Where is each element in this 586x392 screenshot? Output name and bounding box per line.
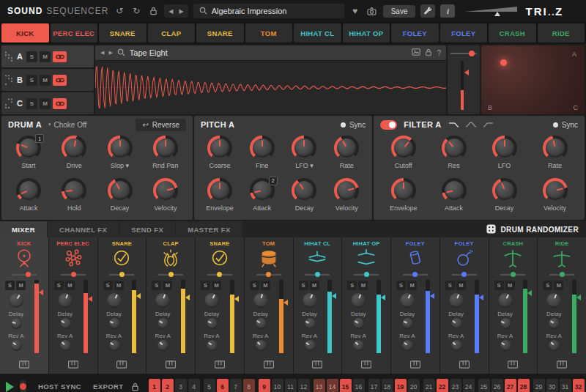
step-21[interactable]: 21 — [423, 379, 435, 392]
channel-pan-slider[interactable] — [256, 272, 281, 278]
drum-tab-ride[interactable]: RIDE — [538, 23, 585, 42]
waveform-display[interactable] — [95, 61, 446, 114]
channel-volume-knob[interactable] — [253, 293, 268, 308]
drum-tab-clap[interactable]: CLAP — [148, 23, 196, 42]
keyboard-icon[interactable] — [361, 358, 372, 371]
knob-drum-hold[interactable]: Hold — [51, 176, 97, 218]
channel-solo-button[interactable]: S — [152, 281, 161, 290]
keyboard-icon[interactable] — [214, 358, 225, 371]
channel-level-meter[interactable] — [181, 280, 190, 353]
channel-pan-slider[interactable] — [500, 272, 525, 278]
delay-send-knob[interactable] — [549, 318, 560, 329]
knob-filter-res[interactable]: Res — [429, 133, 479, 176]
channel-volume-knob[interactable] — [303, 293, 317, 308]
step-5[interactable]: 5 — [204, 379, 215, 392]
channel-level-meter[interactable] — [132, 280, 141, 353]
layer-volume-meter[interactable] — [459, 61, 469, 110]
pan-handle[interactable] — [71, 272, 76, 277]
pan-handle[interactable] — [364, 272, 369, 277]
undo-icon[interactable]: ↺ — [114, 5, 125, 17]
snapshot-icon[interactable] — [366, 5, 378, 17]
favorite-icon[interactable]: ♥ — [349, 5, 361, 17]
reverb-send-knob[interactable] — [109, 340, 120, 351]
channel-mute-button[interactable]: M — [554, 281, 563, 290]
drum-tab-foley[interactable]: FOLEY — [391, 23, 439, 42]
channel-pan-slider[interactable] — [12, 272, 37, 278]
channel-solo-button[interactable]: S — [299, 281, 308, 290]
step-18[interactable]: 18 — [382, 379, 393, 392]
channel-fader-handle[interactable] — [381, 295, 385, 300]
drum-tab-tom[interactable]: TOM — [245, 23, 293, 42]
knob-filter-attack[interactable]: Attack — [429, 176, 479, 218]
keyboard-icon[interactable] — [263, 358, 274, 371]
knob-pitch-decay[interactable]: Decay — [283, 176, 326, 218]
keyboard-icon[interactable] — [166, 358, 177, 371]
channel-volume-knob[interactable] — [58, 293, 73, 308]
mixer-strip-hihat-cl-7[interactable]: HIHAT CLSMDelayRev A — [294, 237, 342, 374]
channel-mute-button[interactable]: M — [114, 281, 124, 290]
channel-mute-button[interactable]: M — [407, 281, 417, 290]
master-volume-slider[interactable] — [464, 5, 517, 17]
step-14[interactable]: 14 — [327, 379, 338, 392]
channel-pan-slider[interactable] — [549, 272, 574, 278]
choke-dropdown[interactable]: ▾Choke Off — [48, 121, 86, 129]
channel-volume-knob[interactable] — [155, 293, 170, 308]
keyboard-icon[interactable] — [409, 358, 420, 371]
channel-mute-button[interactable]: M — [505, 281, 515, 290]
channel-solo-button[interactable]: S — [250, 281, 259, 290]
delay-send-knob[interactable] — [11, 318, 22, 329]
channel-volume-knob[interactable] — [9, 293, 23, 308]
channel-volume-knob[interactable] — [449, 293, 464, 308]
step-7[interactable]: 7 — [230, 379, 242, 392]
channel-mute-button[interactable]: M — [212, 281, 221, 290]
channel-fader-handle[interactable] — [88, 296, 92, 302]
channel-solo-button[interactable]: S — [54, 281, 64, 290]
drum-tab-perc-elec[interactable]: PERC ELEC — [51, 23, 98, 42]
drum-tab-hihat-op[interactable]: HIHAT OP — [343, 23, 390, 42]
sample-tune-slider[interactable] — [450, 50, 477, 57]
channel-solo-button[interactable]: S — [494, 281, 504, 290]
step-29[interactable]: 29 — [533, 379, 545, 392]
delay-send-knob[interactable] — [451, 318, 462, 329]
keyboard-icon[interactable] — [18, 358, 29, 371]
morph-puck[interactable] — [500, 59, 507, 66]
channel-solo-button[interactable]: S — [5, 281, 15, 290]
save-button[interactable]: Save — [383, 5, 416, 18]
mixer-strip-perc-elec-2[interactable]: PERC ELECSMDelayRev A — [49, 237, 97, 374]
channel-mute-button[interactable]: M — [16, 281, 26, 290]
pan-handle[interactable] — [119, 272, 125, 277]
step-15[interactable]: 15 — [340, 379, 352, 392]
reverse-button[interactable]: ↩Reverse — [136, 119, 186, 131]
delay-send-knob[interactable] — [256, 318, 267, 329]
step-11[interactable]: 11 — [285, 379, 297, 392]
step-22[interactable]: 22 — [437, 379, 448, 392]
channel-pan-slider[interactable] — [354, 272, 379, 278]
delay-send-knob[interactable] — [305, 318, 316, 329]
volume-handle[interactable] — [494, 12, 500, 16]
filter-sync-toggle[interactable]: Sync — [553, 121, 578, 129]
reverb-send-knob[interactable] — [11, 340, 22, 351]
channel-volume-knob[interactable] — [546, 293, 561, 308]
reverb-send-knob[interactable] — [207, 340, 218, 351]
channel-mute-button[interactable]: M — [358, 281, 368, 290]
delay-send-knob[interactable] — [207, 318, 218, 329]
delay-send-knob[interactable] — [402, 318, 413, 329]
channel-fader-handle[interactable] — [39, 289, 43, 295]
channel-mute-button[interactable]: M — [65, 281, 75, 290]
keyboard-icon[interactable] — [557, 358, 568, 371]
channel-pan-slider[interactable] — [61, 272, 86, 278]
layer-mute-button[interactable]: M — [40, 98, 51, 109]
drum-tab-hihat-cl[interactable]: HIHAT CL — [294, 23, 341, 42]
export-button[interactable]: EXPORT — [93, 382, 123, 391]
meter-fader-handle[interactable] — [464, 70, 469, 75]
knob-filter-velocity[interactable]: Velocity — [530, 176, 580, 218]
reverb-send-knob[interactable] — [353, 340, 364, 351]
knob-pitch-lfo[interactable]: LFO ▾ — [283, 133, 326, 176]
host-sync-button[interactable]: HOST SYNC — [38, 382, 81, 391]
record-button[interactable] — [20, 380, 26, 392]
reverb-send-knob[interactable] — [305, 340, 316, 351]
channel-pan-slider[interactable] — [207, 272, 232, 278]
mixer-tab-mixer[interactable]: MIXER — [0, 221, 47, 237]
knob-pitch-fine[interactable]: Fine — [241, 133, 283, 176]
filter-enable-toggle[interactable] — [380, 120, 397, 130]
